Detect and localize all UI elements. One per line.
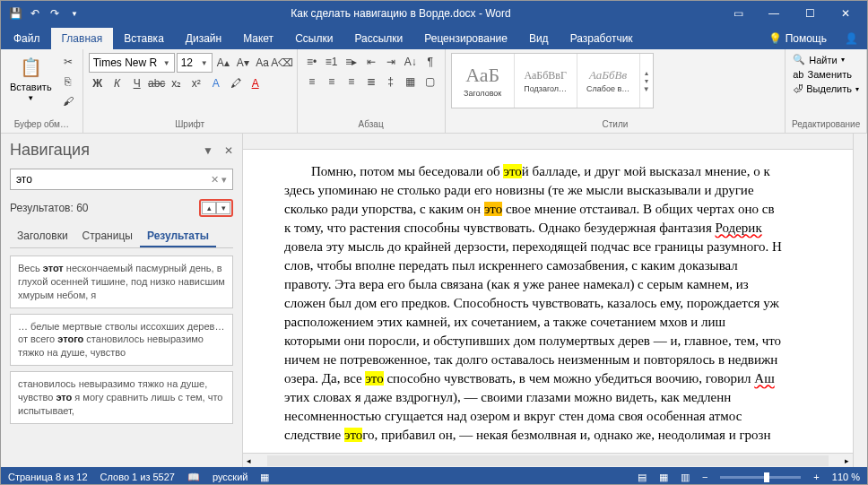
- style-subheading[interactable]: АаБбВвГ Подзагол…: [515, 54, 577, 108]
- underline-icon[interactable]: Ч: [128, 74, 146, 92]
- zoom-in-icon[interactable]: +: [813, 472, 819, 482]
- shading-icon[interactable]: ▦: [402, 73, 420, 91]
- nav-search-input[interactable]: это ✕ ▾: [10, 169, 233, 190]
- tab-mailings[interactable]: Рассылки: [343, 28, 413, 49]
- tab-design[interactable]: Дизайн: [175, 28, 232, 49]
- select-button[interactable]: ⮰Выделить▾: [791, 82, 861, 95]
- tab-insert[interactable]: Вставка: [113, 28, 175, 49]
- clear-format-icon[interactable]: A⌫: [273, 54, 291, 72]
- vertical-scrollbar[interactable]: [853, 134, 867, 467]
- indent-inc-icon[interactable]: ⇥: [382, 53, 400, 71]
- zoom-slider[interactable]: [720, 476, 801, 479]
- gallery-more-icon[interactable]: ▼: [640, 85, 653, 93]
- tell-me[interactable]: 💡Помощь: [760, 28, 836, 49]
- ribbon-options-icon[interactable]: ▭: [720, 1, 756, 26]
- group-clipboard: 📋 Вставить ▼ ✂ ⎘ 🖌 Буфер обм…: [1, 49, 83, 133]
- prev-result-icon[interactable]: ▴: [202, 202, 216, 214]
- view-read-icon[interactable]: ▤: [638, 472, 647, 483]
- maximize-icon[interactable]: ☐: [792, 1, 828, 26]
- bullets-icon[interactable]: ≡•: [303, 53, 321, 71]
- scroll-left-icon[interactable]: ◂: [243, 456, 255, 465]
- tab-home[interactable]: Главная: [51, 28, 114, 49]
- strike-icon[interactable]: abc: [148, 74, 166, 92]
- align-left-icon[interactable]: ≡: [303, 73, 321, 91]
- nav-tab-results[interactable]: Результаты: [140, 226, 216, 247]
- status-language[interactable]: русский: [213, 472, 247, 482]
- font-color-icon[interactable]: A: [247, 74, 265, 92]
- bold-icon[interactable]: Ж: [89, 74, 107, 92]
- group-label-clipboard: Буфер обм…: [6, 117, 77, 133]
- next-result-icon[interactable]: ▾: [216, 202, 230, 214]
- horizontal-scrollbar[interactable]: ◂ ▸: [243, 453, 853, 467]
- status-spellcheck-icon[interactable]: 📖: [187, 472, 200, 483]
- tab-file[interactable]: Файл: [3, 28, 51, 49]
- align-right-icon[interactable]: ≡: [343, 73, 360, 91]
- share-icon[interactable]: 👤: [836, 28, 867, 49]
- status-page[interactable]: Страница 8 из 12: [8, 472, 88, 482]
- sort-icon[interactable]: A↓: [402, 53, 420, 71]
- minimize-icon[interactable]: —: [756, 1, 792, 26]
- clipboard-icon: 📋: [18, 55, 43, 80]
- change-case-icon[interactable]: Aa: [254, 54, 272, 72]
- tab-layout[interactable]: Макет: [232, 28, 284, 49]
- result-item[interactable]: Весь этот нескончаемый пасмурный день, в…: [10, 255, 233, 308]
- status-words[interactable]: Слово 1 из 5527: [100, 472, 175, 482]
- line-spacing-icon[interactable]: ‡: [382, 73, 400, 91]
- clear-search-icon[interactable]: ✕ ▾: [211, 174, 227, 186]
- indent-dec-icon[interactable]: ⇤: [362, 53, 380, 71]
- zoom-out-icon[interactable]: −: [702, 472, 707, 482]
- font-size-select[interactable]: 12▼: [177, 53, 213, 73]
- document-page[interactable]: Помню, потом мы беседовали об этой балла…: [243, 150, 853, 453]
- view-print-icon[interactable]: ▦: [659, 472, 668, 483]
- format-painter-icon[interactable]: 🖌: [59, 92, 77, 110]
- result-item[interactable]: становилось невыразимо тяжко на душе, чу…: [10, 371, 233, 424]
- borders-icon[interactable]: ▢: [421, 73, 439, 91]
- tab-view[interactable]: Вид: [518, 28, 560, 49]
- nav-tab-headings[interactable]: Заголовки: [10, 226, 75, 247]
- status-macro-icon[interactable]: ▦: [260, 472, 269, 483]
- save-icon[interactable]: 💾: [8, 6, 22, 21]
- justify-icon[interactable]: ≣: [362, 73, 380, 91]
- subscript-icon[interactable]: x₂: [168, 74, 186, 92]
- show-marks-icon[interactable]: ¶: [421, 53, 439, 71]
- superscript-icon[interactable]: x²: [187, 74, 205, 92]
- highlight-icon[interactable]: 🖍: [227, 74, 245, 92]
- numbering-icon[interactable]: ≡1: [323, 53, 341, 71]
- styles-gallery[interactable]: АаБ Заголовок АаБбВвГ Подзагол… АаБбВв С…: [451, 53, 654, 108]
- multilevel-icon[interactable]: ≡▸: [343, 53, 360, 71]
- shrink-font-icon[interactable]: A▾: [234, 54, 252, 72]
- redo-icon[interactable]: ↷: [48, 6, 62, 21]
- text-effects-icon[interactable]: A: [207, 74, 225, 92]
- tab-developer[interactable]: Разработчик: [560, 28, 644, 49]
- search-hit-current: это: [484, 202, 502, 216]
- document-area: Помню, потом мы беседовали об этой балла…: [243, 134, 853, 467]
- style-weak[interactable]: АаБбВв Слабое в…: [577, 54, 640, 108]
- nav-menu-icon[interactable]: ▼: [203, 144, 213, 157]
- scroll-right-icon[interactable]: ▸: [841, 456, 853, 465]
- paste-button[interactable]: 📋 Вставить ▼: [6, 53, 56, 104]
- close-icon[interactable]: ✕: [828, 1, 864, 26]
- search-hit: это: [503, 164, 521, 178]
- replace-button[interactable]: abЗаменить: [791, 68, 854, 81]
- font-name-select[interactable]: Times New R▼: [89, 53, 175, 73]
- find-button[interactable]: 🔍Найти▾: [791, 53, 846, 66]
- italic-icon[interactable]: К: [108, 74, 126, 92]
- gallery-up-icon[interactable]: ▴: [640, 69, 653, 77]
- cut-icon[interactable]: ✂: [59, 53, 77, 71]
- copy-icon[interactable]: ⎘: [59, 73, 77, 91]
- search-icon: 🔍: [793, 54, 805, 65]
- align-center-icon[interactable]: ≡: [323, 73, 341, 91]
- gallery-down-icon[interactable]: ▾: [640, 77, 653, 85]
- nav-tab-pages[interactable]: Страницы: [75, 226, 140, 247]
- grow-font-icon[interactable]: A▴: [214, 54, 232, 72]
- undo-icon[interactable]: ↶: [28, 6, 42, 21]
- zoom-level[interactable]: 110 %: [832, 472, 860, 482]
- style-heading[interactable]: АаБ Заголовок: [452, 54, 515, 108]
- result-item[interactable]: … белые мертвые стволы иссохших дерев… о…: [10, 314, 233, 367]
- tab-references[interactable]: Ссылки: [284, 28, 343, 49]
- view-web-icon[interactable]: ▥: [681, 472, 690, 483]
- ruler[interactable]: [243, 134, 853, 150]
- qat-customize-icon[interactable]: ▼: [67, 6, 82, 21]
- nav-close-icon[interactable]: ✕: [224, 144, 233, 157]
- tab-review[interactable]: Рецензирование: [413, 28, 518, 49]
